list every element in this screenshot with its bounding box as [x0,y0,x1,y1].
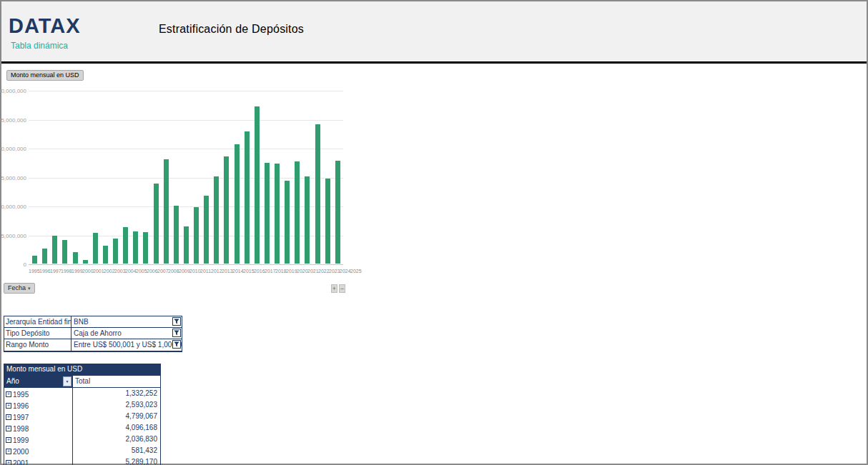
logo-subtitle: Tabla dinámica [11,41,68,51]
header-band: DATAX Tabla dinámica Estratificación de … [1,1,867,64]
pivot-year-cell: +2001 [4,456,72,465]
bar-2004 [123,227,128,264]
pivot-year-cell: +2000 [4,445,72,456]
logo: DATAX [9,16,81,36]
expand-row-button[interactable]: + [6,426,11,431]
y-tick-label: 5,000,000 [1,233,26,239]
x-tick-label: 2001 [93,269,104,274]
bar-2002 [103,246,108,264]
bar-2025 [335,161,340,264]
pivot-table-body: +19951,332,252+19962,593,023+19974,799,0… [4,388,160,465]
x-tick-label: 2015 [243,269,254,274]
table-row: +19951,332,252 [4,388,160,399]
expand-row-button[interactable]: + [6,403,11,409]
x-tick-label: 2022 [318,269,329,274]
bar-2014 [224,156,229,264]
page-title: Estratificación de Depósitos [159,23,304,36]
x-tick-label: 2012 [211,269,222,274]
bar-2023 [315,124,320,264]
y-tick-label: 20,000,000 [0,146,26,152]
total-value-cell: 4,799,067 [72,411,160,422]
expand-row-button[interactable]: + [6,437,11,443]
filter-funnel-icon[interactable] [172,317,181,326]
pivot-value-header-cell: Total [72,376,160,387]
bar-2005 [133,231,138,264]
x-tick-label: 2002 [104,269,114,274]
x-tick-label: 2025 [350,269,361,274]
chart-axis-field-button[interactable]: Fecha▾ [4,283,35,294]
x-tick-label: 1996 [39,269,50,274]
x-tick-label: 2003 [114,269,125,274]
table-row: +19962,593,023 [4,399,160,411]
chart-expand-collapse-buttons: + − [331,284,345,293]
x-tick-label: 1998 [61,269,71,274]
pivot-year-cell: +1995 [4,388,72,399]
x-tick-label: 2009 [179,269,189,274]
x-tick-label: 2011 [200,269,211,274]
bar-chart-plot-area [29,91,343,264]
y-tick-label: 10,000,000 [0,204,26,210]
app-window: DATAX Tabla dinámica Estratificación de … [0,0,868,465]
table-row: +2000581,432 [4,445,160,456]
pivot-table-header-row: Año ▼ Total [4,376,160,388]
total-value-cell: 2,593,023 [72,399,160,411]
year-label: 1995 [13,391,29,399]
x-tick-label: 2013 [222,269,232,274]
pivot-table-title: Monto mensual en USD [4,364,160,376]
bar-2003 [113,239,118,264]
bar-2001 [93,233,98,264]
expand-row-button[interactable]: + [6,460,11,465]
filter-selected-value: Caja de Ahorro [71,328,182,339]
expand-field-button[interactable]: + [331,284,337,293]
total-value-cell: 5,289,170 [72,456,160,465]
y-tick-label: 30,000,000 [0,88,26,94]
bar-series [29,91,343,264]
chart-value-field-button[interactable]: Monto mensual en USD [6,70,84,81]
y-axis: 30,000,00025,000,00020,000,00015,000,000… [3,91,26,264]
filter-funnel-icon[interactable] [172,329,181,337]
bar-2022 [305,176,310,264]
x-tick-label: 2021 [307,269,318,274]
table-row: +19992,036,830 [4,434,160,445]
total-value-cell: 581,432 [72,445,160,456]
bar-2006 [143,232,148,264]
collapse-field-button[interactable]: − [339,284,345,293]
expand-row-button[interactable]: + [6,449,11,454]
y-tick-label: 0 [24,261,26,268]
x-tick-label: 2010 [189,269,200,274]
expand-row-button[interactable]: + [6,391,11,397]
x-tick-label: 2019 [286,269,297,274]
year-label: 2000 [13,448,29,456]
year-label: 1996 [13,402,29,410]
filter-selected-value: Entre US$ 500,001 y US$ 1,000,000 [71,339,182,351]
bar-2018 [265,163,270,264]
bar-2021 [295,161,300,264]
x-tick-label: 2018 [275,269,286,274]
x-tick-label: 2008 [168,269,179,274]
bar-2013 [214,176,219,264]
pivot-filter-table: Jerarquía Entidad financieraBNBTipo Depó… [4,316,182,352]
filter-row: Tipo DepósitoCaja de Ahorro [4,328,182,339]
x-tick-label: 1999 [71,269,82,274]
x-tick-label: 2023 [329,269,340,274]
bar-1995 [32,256,37,264]
pivot-row-header-cell: Año ▼ [4,376,72,387]
bar-2016 [245,131,250,264]
filter-funnel-icon[interactable] [172,340,181,349]
bar-2015 [235,144,240,264]
expand-row-button[interactable]: + [6,414,11,420]
pivot-year-cell: +1998 [4,422,72,434]
table-row: +19974,799,067 [4,411,160,422]
bar-1997 [52,236,57,264]
table-row: +19984,096,168 [4,422,160,434]
chevron-down-icon: ▾ [28,286,31,291]
bar-2007 [154,184,159,264]
year-label: 1999 [13,436,29,444]
bar-2020 [285,181,290,264]
row-filter-dropdown-button[interactable]: ▼ [63,376,71,386]
filter-field-label: Rango Monto [4,339,71,351]
bar-2010 [184,226,189,264]
bar-2019 [275,164,280,264]
table-row: +20015,289,170 [4,456,160,465]
total-value-cell: 2,036,830 [72,434,160,445]
